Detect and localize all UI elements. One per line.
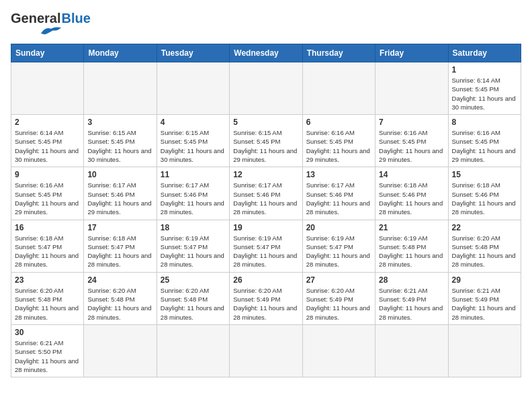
calendar-cell: 24Sunrise: 6:20 AMSunset: 5:48 PMDayligh…: [84, 272, 157, 324]
day-info: Sunrise: 6:16 AMSunset: 5:45 PMDaylight:…: [379, 128, 444, 164]
calendar-cell: 15Sunrise: 6:18 AMSunset: 5:46 PMDayligh…: [448, 167, 521, 220]
day-number: 2: [15, 118, 80, 127]
day-info: Sunrise: 6:19 AMSunset: 5:48 PMDaylight:…: [379, 234, 444, 269]
calendar-cell: 18Sunrise: 6:19 AMSunset: 5:47 PMDayligh…: [157, 220, 229, 272]
day-number: 13: [306, 170, 371, 179]
day-info: Sunrise: 6:16 AMSunset: 5:45 PMDaylight:…: [15, 181, 80, 216]
day-number: 12: [233, 170, 298, 179]
calendar-cell: 6Sunrise: 6:16 AMSunset: 5:45 PMDaylight…: [302, 115, 375, 167]
day-info: Sunrise: 6:19 AMSunset: 5:47 PMDaylight:…: [161, 234, 226, 269]
day-number: 14: [379, 170, 444, 179]
day-info: Sunrise: 6:17 AMSunset: 5:46 PMDaylight:…: [306, 181, 371, 216]
week-row-1: 2Sunrise: 6:14 AMSunset: 5:45 PMDaylight…: [11, 115, 521, 167]
calendar-cell: 11Sunrise: 6:17 AMSunset: 5:46 PMDayligh…: [157, 167, 229, 220]
day-number: 18: [161, 223, 226, 232]
day-info: Sunrise: 6:20 AMSunset: 5:49 PMDaylight:…: [306, 286, 371, 322]
day-info: Sunrise: 6:14 AMSunset: 5:45 PMDaylight:…: [452, 76, 517, 111]
day-info: Sunrise: 6:14 AMSunset: 5:45 PMDaylight:…: [15, 128, 80, 164]
week-row-2: 9Sunrise: 6:16 AMSunset: 5:45 PMDaylight…: [11, 167, 521, 220]
calendar-cell: [157, 324, 229, 377]
day-info: Sunrise: 6:20 AMSunset: 5:48 PMDaylight:…: [15, 286, 80, 322]
calendar-cell: 28Sunrise: 6:21 AMSunset: 5:49 PMDayligh…: [375, 272, 448, 324]
day-info: Sunrise: 6:19 AMSunset: 5:47 PMDaylight:…: [306, 234, 371, 269]
calendar-cell: 19Sunrise: 6:19 AMSunset: 5:47 PMDayligh…: [230, 220, 302, 272]
day-number: 7: [379, 118, 444, 127]
calendar-cell: 14Sunrise: 6:18 AMSunset: 5:46 PMDayligh…: [375, 167, 448, 220]
col-header-sunday: Sunday: [11, 44, 84, 62]
calendar-cell: [11, 62, 84, 115]
calendar-cell: [230, 324, 302, 377]
calendar-cell: 2Sunrise: 6:14 AMSunset: 5:45 PMDaylight…: [11, 115, 84, 167]
day-number: 21: [379, 223, 444, 232]
day-info: Sunrise: 6:20 AMSunset: 5:48 PMDaylight:…: [87, 286, 152, 322]
calendar-cell: 30Sunrise: 6:21 AMSunset: 5:50 PMDayligh…: [11, 324, 84, 377]
day-number: 11: [161, 170, 226, 179]
day-number: 27: [306, 275, 371, 285]
calendar-cell: 13Sunrise: 6:17 AMSunset: 5:46 PMDayligh…: [302, 167, 375, 220]
calendar-cell: [302, 324, 375, 377]
calendar-cell: 5Sunrise: 6:15 AMSunset: 5:45 PMDaylight…: [230, 115, 302, 167]
calendar-cell: 10Sunrise: 6:17 AMSunset: 5:46 PMDayligh…: [84, 167, 157, 220]
calendar-cell: 4Sunrise: 6:15 AMSunset: 5:45 PMDaylight…: [157, 115, 229, 167]
calendar-cell: 12Sunrise: 6:17 AMSunset: 5:46 PMDayligh…: [230, 167, 302, 220]
calendar-cell: 17Sunrise: 6:18 AMSunset: 5:47 PMDayligh…: [84, 220, 157, 272]
week-row-3: 16Sunrise: 6:18 AMSunset: 5:47 PMDayligh…: [11, 220, 521, 272]
day-number: 6: [306, 118, 371, 127]
day-info: Sunrise: 6:18 AMSunset: 5:46 PMDaylight:…: [379, 181, 444, 216]
calendar-cell: 1Sunrise: 6:14 AMSunset: 5:45 PMDaylight…: [448, 62, 521, 115]
week-row-4: 23Sunrise: 6:20 AMSunset: 5:48 PMDayligh…: [11, 272, 521, 324]
logo-general-text: General: [11, 11, 60, 26]
calendar-cell: [84, 324, 157, 377]
day-number: 24: [87, 275, 152, 285]
day-info: Sunrise: 6:19 AMSunset: 5:47 PMDaylight:…: [233, 234, 298, 269]
calendar-cell: 8Sunrise: 6:16 AMSunset: 5:45 PMDaylight…: [448, 115, 521, 167]
day-number: 8: [452, 118, 517, 127]
calendar-cell: [375, 62, 448, 115]
day-number: 16: [15, 223, 80, 232]
day-number: 10: [87, 170, 152, 179]
calendar-cell: [375, 324, 448, 377]
header: General Blue: [11, 11, 521, 38]
day-number: 3: [87, 118, 152, 127]
day-info: Sunrise: 6:17 AMSunset: 5:46 PMDaylight:…: [233, 181, 298, 216]
day-number: 25: [161, 275, 226, 285]
week-row-5: 30Sunrise: 6:21 AMSunset: 5:50 PMDayligh…: [11, 324, 521, 377]
calendar-cell: 23Sunrise: 6:20 AMSunset: 5:48 PMDayligh…: [11, 272, 84, 324]
day-number: 17: [87, 223, 152, 232]
day-info: Sunrise: 6:16 AMSunset: 5:45 PMDaylight:…: [452, 128, 517, 164]
day-number: 26: [233, 275, 298, 285]
day-number: 30: [15, 328, 80, 337]
calendar-cell: 20Sunrise: 6:19 AMSunset: 5:47 PMDayligh…: [302, 220, 375, 272]
calendar-cell: [84, 62, 157, 115]
day-info: Sunrise: 6:21 AMSunset: 5:49 PMDaylight:…: [379, 286, 444, 322]
day-number: 20: [306, 223, 371, 232]
header-row: SundayMondayTuesdayWednesdayThursdayFrid…: [11, 44, 521, 62]
day-info: Sunrise: 6:17 AMSunset: 5:46 PMDaylight:…: [161, 181, 226, 216]
day-number: 4: [161, 118, 226, 127]
day-number: 22: [452, 223, 517, 232]
calendar-cell: 27Sunrise: 6:20 AMSunset: 5:49 PMDayligh…: [302, 272, 375, 324]
logo-blue-text: Blue: [61, 11, 90, 26]
calendar-table: SundayMondayTuesdayWednesdayThursdayFrid…: [11, 44, 521, 377]
calendar-cell: [230, 62, 302, 115]
calendar-cell: 3Sunrise: 6:15 AMSunset: 5:45 PMDaylight…: [84, 115, 157, 167]
calendar-cell: 21Sunrise: 6:19 AMSunset: 5:48 PMDayligh…: [375, 220, 448, 272]
col-header-tuesday: Tuesday: [157, 44, 229, 62]
calendar-cell: 26Sunrise: 6:20 AMSunset: 5:49 PMDayligh…: [230, 272, 302, 324]
day-info: Sunrise: 6:15 AMSunset: 5:45 PMDaylight:…: [87, 128, 152, 164]
day-info: Sunrise: 6:17 AMSunset: 5:46 PMDaylight:…: [87, 181, 152, 216]
day-info: Sunrise: 6:18 AMSunset: 5:47 PMDaylight:…: [87, 234, 152, 269]
day-info: Sunrise: 6:20 AMSunset: 5:48 PMDaylight:…: [452, 234, 517, 269]
day-number: 9: [15, 170, 80, 179]
calendar-cell: 16Sunrise: 6:18 AMSunset: 5:47 PMDayligh…: [11, 220, 84, 272]
bird-icon: [39, 25, 63, 38]
day-info: Sunrise: 6:21 AMSunset: 5:49 PMDaylight:…: [452, 286, 517, 322]
calendar-cell: 22Sunrise: 6:20 AMSunset: 5:48 PMDayligh…: [448, 220, 521, 272]
day-info: Sunrise: 6:18 AMSunset: 5:47 PMDaylight:…: [15, 234, 80, 269]
col-header-saturday: Saturday: [448, 44, 521, 62]
logo: General Blue: [11, 11, 91, 38]
day-number: 15: [452, 170, 517, 179]
calendar-cell: [302, 62, 375, 115]
col-header-thursday: Thursday: [302, 44, 375, 62]
day-number: 19: [233, 223, 298, 232]
